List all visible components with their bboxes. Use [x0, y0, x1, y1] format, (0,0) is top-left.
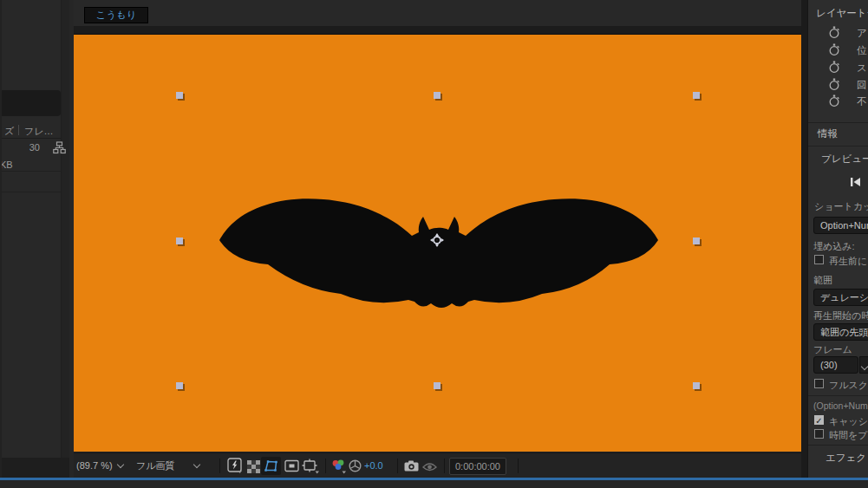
toolbar-separator: [518, 459, 519, 473]
resolution-dropdown[interactable]: フル画質: [136, 458, 199, 474]
selection-handle-bottom-left[interactable]: [176, 382, 183, 389]
shortcut-hint-text: (Option+Num: [813, 400, 868, 411]
cache-checkbox[interactable]: ✓: [814, 415, 824, 425]
time-label: 時間をプ: [829, 429, 868, 442]
selection-handle-top-center[interactable]: [434, 92, 441, 99]
channel-settings-icon[interactable]: [331, 459, 347, 474]
active-panel-highlight-line: [0, 478, 868, 480]
start-time-value: 範囲の先頭: [820, 327, 868, 337]
frame-label: フレーム: [813, 343, 852, 356]
selection-handle-mid-left[interactable]: [176, 237, 183, 244]
stopwatch-icon[interactable]: [828, 26, 840, 39]
transparency-grid-icon[interactable]: [247, 460, 260, 473]
time-checkbox[interactable]: [814, 429, 824, 439]
toolbar-separator: [325, 459, 326, 473]
embed-label: 埋め込み:: [813, 240, 855, 253]
anchor-point-icon[interactable]: [429, 232, 445, 248]
file-size-unit: KB: [0, 159, 13, 170]
stopwatch-icon[interactable]: [828, 43, 840, 56]
show-snapshot-eye-icon[interactable]: [422, 461, 437, 472]
project-search-field[interactable]: [0, 90, 61, 116]
transform-row-label: ス: [857, 62, 867, 75]
project-panel-footer: [2, 458, 69, 478]
resolution-value: フル画質: [136, 460, 175, 471]
project-panel-edge: [61, 0, 69, 478]
shortcut-dropdown[interactable]: Option+Num: [813, 217, 868, 234]
effects-panel-tab[interactable]: エフェクト: [826, 452, 868, 465]
column-frame-label[interactable]: フレ…: [24, 125, 54, 138]
range-dropdown[interactable]: デュレーシ: [813, 289, 868, 306]
reset-exposure-icon[interactable]: [349, 459, 362, 472]
grid-guides-options-icon[interactable]: [302, 459, 320, 474]
flowchart-icon[interactable]: [53, 141, 66, 154]
info-panel-tab[interactable]: 情報: [818, 127, 838, 140]
timecode-display[interactable]: 0:00:00:00: [449, 458, 506, 475]
composition-panel: こうもり (89.7 %) フル画質: [74, 0, 807, 478]
toolbar-separator: [397, 459, 398, 473]
range-value: デュレーシ: [820, 292, 868, 303]
column-size-label[interactable]: ズ: [4, 125, 14, 138]
chevron-down-icon: [193, 461, 199, 468]
bat-layer[interactable]: [212, 195, 663, 309]
start-time-label: 再生開始の時: [813, 309, 868, 322]
composition-viewer[interactable]: [74, 35, 801, 452]
toolbar-separator: [444, 459, 445, 473]
magnification-dropdown[interactable]: (89.7 %): [76, 458, 123, 474]
selection-handle-mid-right[interactable]: [693, 237, 700, 244]
play-before-checkbox[interactable]: [814, 255, 824, 264]
transform-row-scale: ス: [808, 61, 868, 76]
transform-row-anchor: ア: [808, 26, 868, 42]
stopwatch-icon[interactable]: [828, 94, 840, 107]
selection-handle-bottom-center[interactable]: [434, 382, 441, 389]
frame-value: (30): [820, 360, 838, 370]
project-panel: ズ フレ… 30 KB: [0, 0, 69, 478]
frame-dropdown-chevron[interactable]: [859, 356, 868, 374]
selection-handle-bottom-right[interactable]: [693, 382, 700, 389]
selection-handle-top-left[interactable]: [176, 92, 183, 99]
mask-visibility-toggle[interactable]: [261, 457, 281, 475]
frame-dropdown[interactable]: (30): [813, 356, 858, 374]
magnification-value: (89.7 %): [76, 460, 113, 471]
stopwatch-icon[interactable]: [828, 78, 840, 91]
stopwatch-icon[interactable]: [828, 61, 840, 74]
skip-to-start-icon[interactable]: [849, 176, 862, 188]
transform-row-label: 位: [857, 44, 867, 57]
fullscreen-label: フルスクリ: [829, 379, 868, 392]
composition-tab-bar: こうもり: [74, 0, 801, 26]
section-divider: [808, 122, 868, 123]
shortcut-value: Option+Num: [820, 220, 868, 231]
region-of-interest-icon[interactable]: [284, 459, 299, 472]
right-panel-column: レイヤートラ ア 位 ス 回 不 情報 プレビュー ショートカッ Option+…: [807, 0, 868, 478]
frame-rate-value: 30: [21, 142, 40, 153]
transform-row-position: 位: [808, 43, 868, 59]
viewer-toolbar: (89.7 %) フル画質: [74, 452, 801, 478]
project-column-headers: ズ フレ…: [2, 122, 61, 139]
cache-label: キャッシ: [829, 415, 868, 428]
preview-panel-tab[interactable]: プレビュー: [821, 153, 868, 166]
selection-handle-top-right[interactable]: [693, 92, 700, 99]
transform-row-label: ア: [857, 27, 867, 40]
mask-shape-icon: [263, 459, 279, 473]
chevron-down-icon: [861, 363, 868, 370]
row-divider: [2, 192, 61, 192]
tab-bar-edge: [74, 26, 801, 35]
shortcut-label: ショートカッ: [814, 200, 868, 213]
composition-tab[interactable]: こうもり: [84, 7, 148, 23]
section-divider: [808, 146, 868, 146]
start-time-dropdown[interactable]: 範囲の先頭: [813, 323, 868, 341]
transform-panel-title: レイヤートラ: [816, 7, 868, 20]
transform-row-opacity: 不: [808, 94, 868, 110]
transform-row-label: 不: [857, 95, 867, 108]
snapshot-camera-icon[interactable]: [404, 460, 419, 472]
column-divider[interactable]: [18, 125, 19, 135]
fullscreen-checkbox[interactable]: [814, 379, 824, 388]
chevron-down-icon: [116, 461, 123, 468]
fast-preview-icon[interactable]: [227, 458, 243, 474]
transform-row-label: 回: [857, 79, 867, 92]
section-divider: [808, 445, 868, 446]
exposure-value[interactable]: +0.0: [364, 460, 383, 471]
play-before-label: 再生前に: [829, 255, 867, 268]
range-label: 範囲: [813, 274, 832, 287]
row-divider: [2, 171, 61, 172]
panel-gap: [801, 0, 807, 478]
